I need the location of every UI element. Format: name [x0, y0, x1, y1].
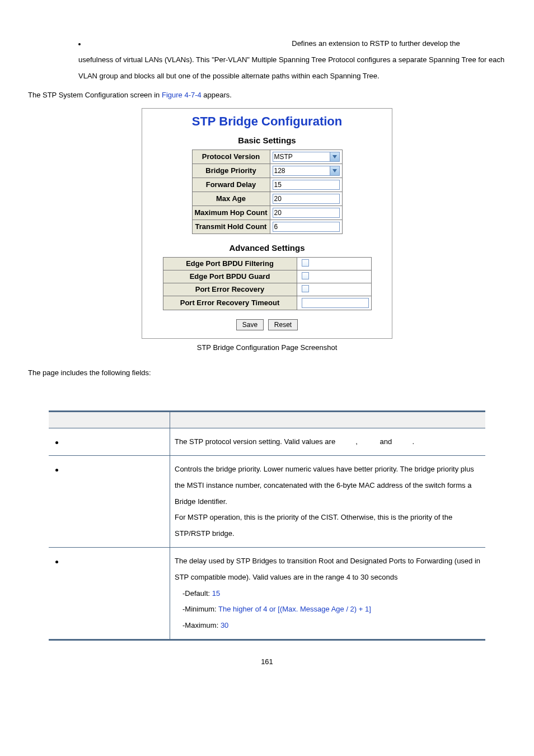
checkbox-1[interactable] [302, 272, 309, 279]
basic-row-label: Transmit Hold Count [192, 220, 270, 234]
stp-config-box: STP Bridge Configuration Basic Settings … [142, 108, 392, 339]
config-title: STP Bridge Configuration [147, 112, 387, 133]
save-button[interactable]: Save [236, 319, 264, 330]
field-desc-cell: The STP protocol version setting. Valid … [170, 428, 486, 456]
field-object-cell [49, 548, 170, 640]
basic-row-label: Bridge Priority [192, 164, 270, 178]
figure-link[interactable]: Figure 4-7-4 [162, 91, 202, 99]
basic-row-label: Maximum Hop Count [192, 206, 270, 220]
intro-line1-right: Defines an extension to RSTP to further … [292, 39, 460, 48]
bullet-icon [55, 561, 58, 563]
figure-caption: STP Bridge Configuration Page Screenshot [28, 343, 506, 352]
bullet-icon [78, 43, 81, 45]
basic-row-label: Forward Delay [192, 178, 270, 192]
basic-row-label: Max Age [192, 192, 270, 206]
adv-input-3[interactable] [302, 298, 369, 308]
chevron-down-icon [330, 152, 339, 161]
reset-button[interactable]: Reset [268, 319, 298, 330]
input-3[interactable] [273, 194, 340, 204]
fields-table: The STP protocol version setting. Valid … [49, 410, 485, 641]
adv-row-label: Port Error Recovery Timeout [163, 296, 297, 310]
adv-row-label: Edge Port BPDU Guard [163, 270, 297, 283]
intro-paragraph: usefulness of virtual LANs (VLANs). This… [78, 52, 506, 84]
select-0[interactable]: MSTP [273, 152, 340, 162]
checkbox-0[interactable] [302, 259, 309, 267]
basic-settings-title: Basic Settings [147, 133, 387, 150]
fields-intro: The page includes the following fields: [28, 368, 506, 377]
intro-outer: The STP System Configuration screen in F… [28, 87, 506, 104]
input-2[interactable] [273, 180, 340, 190]
basic-settings-table: Protocol VersionMSTPBridge Priority128Fo… [192, 150, 343, 234]
bullet-icon [55, 441, 58, 444]
checkbox-2[interactable] [302, 285, 309, 292]
adv-row-label: Edge Port BPDU Filtering [163, 257, 297, 270]
adv-row-label: Port Error Recovery [163, 283, 297, 296]
field-object-cell [49, 428, 170, 456]
field-object-cell [49, 456, 170, 548]
bullet-icon [55, 469, 58, 472]
field-desc-cell: The delay used by STP Bridges to transit… [170, 548, 486, 640]
advanced-settings-table: Edge Port BPDU FilteringEdge Port BPDU G… [163, 257, 372, 310]
input-5[interactable] [273, 222, 340, 232]
input-4[interactable] [273, 208, 340, 218]
select-1[interactable]: 128 [273, 166, 340, 176]
basic-row-label: Protocol Version [192, 150, 270, 164]
field-desc-cell: Controls the bridge priority. Lower nume… [170, 456, 486, 548]
chevron-down-icon [330, 166, 339, 175]
page-number: 161 [0, 641, 534, 671]
advanced-settings-title: Advanced Settings [147, 241, 387, 257]
